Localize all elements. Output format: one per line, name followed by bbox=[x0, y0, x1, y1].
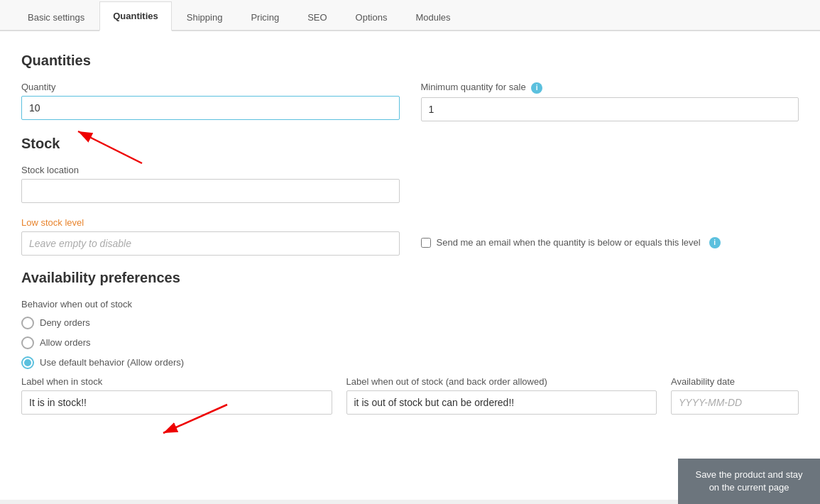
label-out-of-stock-input[interactable] bbox=[346, 390, 657, 415]
stock-section: Stock Stock location Low stock level Sen… bbox=[21, 136, 799, 256]
radio-allow-input[interactable] bbox=[21, 336, 34, 349]
min-qty-info-icon[interactable]: i bbox=[531, 82, 542, 94]
low-stock-input[interactable] bbox=[21, 231, 400, 256]
tab-seo[interactable]: SEO bbox=[294, 3, 340, 31]
save-button-line2: on the current page bbox=[709, 482, 789, 493]
radio-default-behavior[interactable]: Use default behavior (Allow orders) bbox=[21, 356, 799, 369]
quantity-input[interactable] bbox=[21, 96, 400, 120]
min-qty-group: Minimum quantity for sale i bbox=[421, 82, 799, 121]
label-out-of-stock-label: Label when out of stock (and back order … bbox=[346, 376, 657, 387]
tab-quantities[interactable]: Quantities bbox=[99, 1, 172, 31]
availability-date-label: Availability date bbox=[671, 376, 799, 387]
tab-shipping[interactable]: Shipping bbox=[173, 3, 236, 31]
availability-date-input[interactable] bbox=[671, 390, 799, 415]
label-in-stock-input[interactable] bbox=[21, 390, 332, 415]
labels-row: Label when in stock Label when out of st… bbox=[21, 376, 799, 415]
email-notification-group: Send me an email when the quantity is be… bbox=[421, 217, 799, 256]
availability-title: Availability preferences bbox=[21, 270, 799, 286]
low-stock-row: Low stock level Send me an email when th… bbox=[21, 217, 799, 256]
min-qty-label: Minimum quantity for sale i bbox=[421, 82, 799, 94]
email-notify-label: Send me an email when the quantity is be… bbox=[437, 237, 701, 248]
tabs-bar: Basic settings Quantities Shipping Prici… bbox=[0, 0, 820, 31]
label-out-of-stock-group: Label when out of stock (and back order … bbox=[346, 376, 657, 415]
save-button-line1: Save the product and stay bbox=[695, 469, 802, 480]
save-product-button[interactable]: Save the product and stay on the current… bbox=[678, 459, 820, 500]
quantity-label: Quantity bbox=[21, 82, 400, 92]
stock-location-row: Stock location bbox=[21, 165, 799, 203]
radio-deny-orders[interactable]: Deny orders bbox=[21, 317, 799, 329]
stock-location-input[interactable] bbox=[21, 179, 400, 203]
tab-options[interactable]: Options bbox=[342, 3, 401, 31]
behavior-label: Behavior when out of stock bbox=[21, 299, 799, 309]
radio-deny-label: Deny orders bbox=[40, 317, 90, 328]
radio-deny-input[interactable] bbox=[21, 317, 34, 329]
low-stock-label: Low stock level bbox=[21, 217, 400, 228]
email-checkbox-row: Send me an email when the quantity is be… bbox=[421, 217, 799, 248]
low-stock-group: Low stock level bbox=[21, 217, 400, 256]
min-qty-input[interactable] bbox=[421, 97, 799, 121]
radio-allow-orders[interactable]: Allow orders bbox=[21, 336, 799, 349]
tab-basic-settings[interactable]: Basic settings bbox=[14, 3, 98, 31]
label-in-stock-label: Label when in stock bbox=[21, 376, 332, 387]
availability-section: Availability preferences Behavior when o… bbox=[21, 270, 799, 415]
quantities-section-title: Quantities bbox=[21, 53, 799, 69]
stock-section-title: Stock bbox=[21, 136, 799, 152]
stock-location-group: Stock location bbox=[21, 165, 400, 203]
quantities-row: Quantity Minimum quantity for sale i bbox=[21, 82, 799, 121]
radio-default-label: Use default behavior (Allow orders) bbox=[40, 357, 184, 368]
main-content: Quantities Quantity Minimum quantity for… bbox=[0, 31, 820, 500]
quantity-group: Quantity bbox=[21, 82, 400, 121]
radio-allow-label: Allow orders bbox=[40, 337, 91, 348]
availability-date-group: Availability date bbox=[671, 376, 799, 415]
stock-location-label: Stock location bbox=[21, 165, 400, 175]
label-in-stock-group: Label when in stock bbox=[21, 376, 332, 415]
email-notify-info-icon[interactable]: i bbox=[709, 237, 721, 248]
tab-modules[interactable]: Modules bbox=[402, 3, 464, 31]
email-notify-checkbox[interactable] bbox=[421, 238, 431, 248]
radio-default-input[interactable] bbox=[21, 356, 34, 369]
radio-group: Deny orders Allow orders Use default beh… bbox=[21, 317, 799, 369]
tab-pricing[interactable]: Pricing bbox=[237, 3, 293, 31]
